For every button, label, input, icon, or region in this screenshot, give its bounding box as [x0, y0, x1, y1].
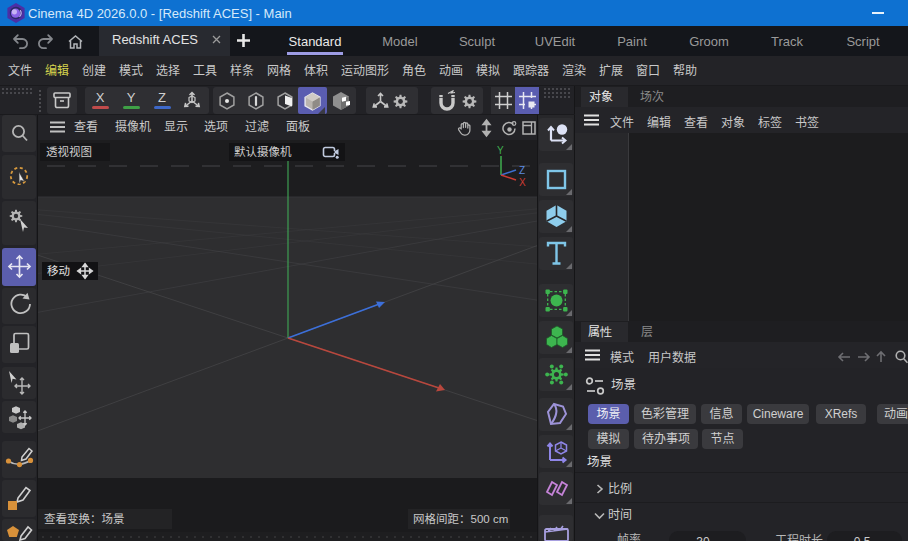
svg-text:X: X: [519, 177, 526, 188]
svg-text:Z: Z: [519, 165, 525, 176]
svg-text:Y: Y: [497, 145, 504, 156]
